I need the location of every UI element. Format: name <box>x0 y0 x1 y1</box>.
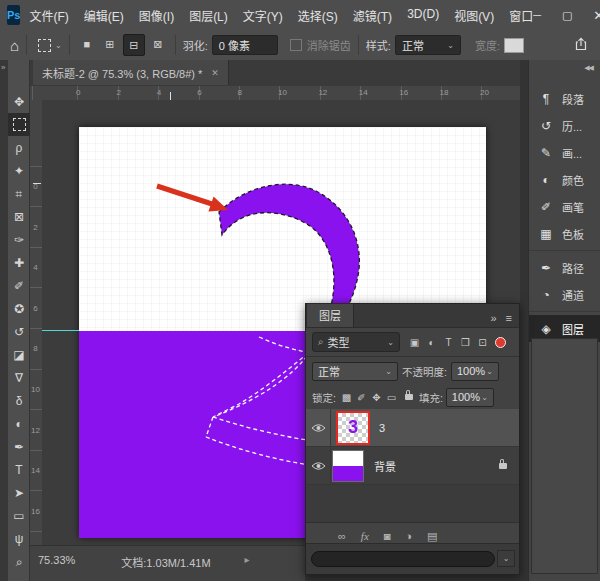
crop-tool[interactable]: ⌗ <box>8 182 30 205</box>
status-expand-icon[interactable]: ▸ <box>245 554 250 565</box>
dock-item-brushes[interactable]: ✐画笔 <box>529 193 600 220</box>
dock-collapse-icon[interactable]: ◀◀ <box>584 64 593 72</box>
menu-item[interactable]: 3D(D) <box>407 7 439 24</box>
layer-style-icon[interactable]: fx <box>361 530 369 542</box>
lock-all-icon[interactable] <box>405 394 413 400</box>
dock-item-brush-settings[interactable]: ✎画... <box>529 139 600 166</box>
layers-panel-footer: ⌄ <box>306 543 519 574</box>
blend-mode-dropdown[interactable]: 正常 ⌄ <box>312 362 398 381</box>
layer-name[interactable]: 背景 <box>374 458 396 474</box>
dock-item-swatches[interactable]: ▦色板 <box>529 220 600 247</box>
frame-tool[interactable]: ⊠ <box>8 205 30 228</box>
share-icon[interactable] <box>574 37 588 53</box>
gradient-tool[interactable]: ∇ <box>8 366 30 389</box>
pen-tool[interactable]: ✒ <box>8 435 30 458</box>
zoom-level-field[interactable]: 75.33% <box>38 554 75 566</box>
subtract-selection-icon[interactable]: ⊟ <box>123 34 145 56</box>
dock-item-history[interactable]: ↺历... <box>529 112 600 139</box>
menu-item[interactable]: 视图(V) <box>454 7 494 24</box>
shape-tool[interactable]: ▭ <box>8 504 30 527</box>
eyedropper-tool[interactable]: ✑ <box>8 228 30 251</box>
adjustment-layer-icon[interactable]: ◑ <box>405 530 412 542</box>
lock-transparency-icon[interactable]: ▩ <box>339 392 354 403</box>
panel-scrollbar[interactable] <box>311 551 495 567</box>
intersect-selection-icon[interactable]: ⊠ <box>148 34 168 54</box>
lock-paint-icon[interactable]: ✐ <box>354 392 369 403</box>
menu-item[interactable]: 编辑(E) <box>84 7 124 24</box>
link-layers-icon[interactable]: ∞ <box>338 530 346 542</box>
tool-preset-button[interactable]: ⌄ <box>38 39 62 52</box>
ruler-tick-label: 4 <box>31 264 40 272</box>
ruler-tick-label: 12 <box>318 88 327 97</box>
dock-item-color[interactable]: ◐颜色 <box>529 166 600 193</box>
adjustment-layer-filter-icon[interactable]: ◐ <box>423 337 440 348</box>
document-tab-bar: 未标题-2 @ 75.3% (3, RGB/8#) * ✕ <box>30 60 520 87</box>
dock-item-paths[interactable]: ✒路径 <box>529 254 600 281</box>
shape-layer-filter-icon[interactable]: ❒ <box>457 337 474 348</box>
visibility-toggle[interactable] <box>306 409 331 446</box>
layer-name[interactable]: 3 <box>379 422 385 434</box>
dock-item-channels[interactable]: ◔通道 <box>529 281 600 308</box>
document-tab[interactable]: 未标题-2 @ 75.3% (3, RGB/8#) * ✕ <box>33 60 229 85</box>
fill-field[interactable]: 100% ⌄ <box>446 388 494 407</box>
feather-input[interactable]: 0 像素 <box>212 35 278 55</box>
type-layer-filter-icon[interactable]: T <box>440 337 457 348</box>
layer-mask-icon[interactable]: ◙ <box>384 530 391 542</box>
dock-item-label: 通道 <box>562 287 584 303</box>
menu-item[interactable]: 图像(I) <box>139 7 174 24</box>
close-button[interactable]: ✕ <box>593 8 600 23</box>
lock-position-icon[interactable]: ✥ <box>369 392 384 403</box>
type-tool[interactable]: T <box>8 458 30 481</box>
tab-close-icon[interactable]: ✕ <box>211 68 219 78</box>
brush-tool[interactable]: ✐ <box>8 274 30 297</box>
scroll-down-button[interactable]: ⌄ <box>497 550 515 567</box>
new-selection-icon[interactable]: ■ <box>77 34 97 54</box>
brushes-icon: ✐ <box>538 200 554 214</box>
history-brush-tool[interactable]: ↺ <box>8 320 30 343</box>
style-dropdown[interactable]: 正常 ⌄ <box>395 35 461 55</box>
layer-thumbnail-background[interactable] <box>332 450 364 482</box>
rect-marquee-tool[interactable] <box>8 113 30 136</box>
status-bar: 75.33% 文档:1.03M/1.41M ▸ <box>30 545 305 581</box>
hand-tool[interactable]: ψ <box>8 527 30 550</box>
layer-thumbnail-3[interactable]: 3 <box>336 411 370 445</box>
lock-artboard-icon[interactable]: ▭ <box>384 392 399 403</box>
dock-item-paragraph[interactable]: ¶段落 <box>529 85 600 112</box>
healing-brush-tool[interactable]: ✚ <box>8 251 30 274</box>
new-group-icon[interactable]: ▤ <box>427 530 437 543</box>
menu-item[interactable]: 文字(Y) <box>243 7 283 24</box>
layer-row-3[interactable]: 3 3 <box>306 409 519 447</box>
menu-item[interactable]: 滤镜(T) <box>353 7 392 24</box>
zoom-tool[interactable]: ⌕ <box>8 550 30 573</box>
width-input[interactable] <box>504 38 524 53</box>
path-select-tool[interactable]: ➤ <box>8 481 30 504</box>
lasso-tool[interactable]: ρ <box>8 136 30 159</box>
minimize-button[interactable]: ─ <box>533 9 541 21</box>
clone-stamp-tool[interactable]: ✪ <box>8 297 30 320</box>
layer-filter-dropdown[interactable]: ⌕ 类型 ⌄ <box>312 332 400 352</box>
opacity-field[interactable]: 100% ⌄ <box>451 362 499 381</box>
maximize-button[interactable]: ▢ <box>562 9 572 22</box>
menu-item[interactable]: 选择(S) <box>298 7 338 24</box>
filter-toggle-icon[interactable] <box>495 337 506 348</box>
toolbar-collapse-icon[interactable]: » <box>1 63 4 72</box>
smart-object-filter-icon[interactable]: ⊡ <box>474 337 491 348</box>
visibility-toggle[interactable] <box>306 447 331 484</box>
magic-wand-tool[interactable]: ✦ <box>8 159 30 182</box>
menu-item[interactable]: 文件(F) <box>29 7 68 24</box>
menu-item[interactable]: 窗口 <box>509 7 533 24</box>
panel-collapse-icon[interactable]: » <box>490 312 496 324</box>
blur-tool[interactable]: δ <box>8 389 30 412</box>
pixel-layer-filter-icon[interactable]: ▣ <box>406 337 423 348</box>
layers-panel-tab[interactable]: 图层 <box>306 303 354 327</box>
home-icon[interactable]: ⌂ <box>10 37 19 54</box>
move-tool[interactable]: ✥ <box>8 90 30 113</box>
add-selection-icon[interactable]: ⊞ <box>100 34 120 54</box>
eraser-tool[interactable]: ◪ <box>8 343 30 366</box>
menu-item[interactable]: 图层(L) <box>189 7 228 24</box>
ruler-tick-label: 16 <box>399 88 408 97</box>
panel-menu-icon[interactable]: ≡ <box>506 312 512 324</box>
dodge-tool[interactable]: ◐ <box>8 412 30 435</box>
layer-row-background[interactable]: 背景 <box>306 447 519 485</box>
top-ruler[interactable]: 02468101214161820 <box>30 86 520 101</box>
